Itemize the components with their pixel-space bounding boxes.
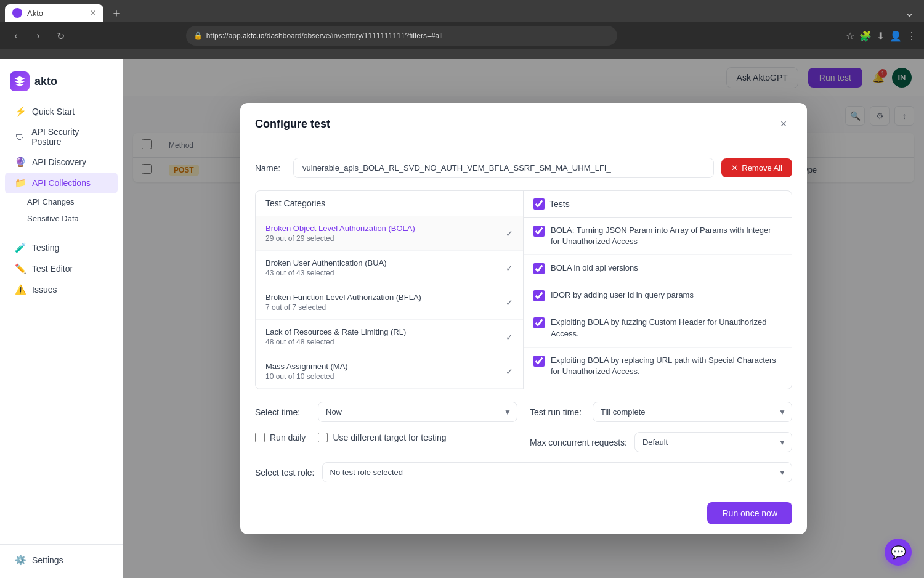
remove-all-button[interactable]: ✕ Remove All [721,158,792,177]
category-check-ma: ✓ [506,367,513,377]
name-label: Name: [255,163,286,173]
forward-button[interactable]: › [30,27,47,44]
download-icon[interactable]: ⬇ [877,30,885,42]
sidebar-item-testing[interactable]: 🧪 Testing [5,237,118,258]
use-different-target-label: Use different target for testing [333,433,446,442]
category-count-rl: 48 out of 48 selected [265,338,406,346]
sidebar-item-settings[interactable]: ⚙️ Settings [5,550,118,571]
sidebar-divider [0,232,123,232]
category-count-bua: 43 out of 43 selected [265,269,387,277]
sidebar-label-api-collections: API Collections [32,178,91,188]
sidebar-item-test-editor[interactable]: ✏️ Test Editor [5,258,118,279]
test-run-time-dropdown[interactable]: Till complete 1 hour 2 hours [593,402,792,422]
role-dropdown[interactable]: No test role selected [322,462,793,482]
tab-bar: Akto ✕ ＋ ⌄ [0,0,924,22]
test-checkbox-1[interactable] [533,263,545,274]
test-item-3: Exploiting BOLA by fuzzing Custom Header… [524,309,792,347]
max-concurrent-dropdown[interactable]: Default 5 10 20 [634,432,792,452]
api-discovery-icon: 🔮 [15,157,26,168]
categories-header: Test Categories [256,191,523,216]
test-checkbox-4[interactable] [533,356,545,367]
back-button[interactable]: ‹ [7,27,25,44]
test-name-0: BOLA: Turning JSON Param into Array of P… [551,225,782,247]
new-tab-button[interactable]: ＋ [106,4,127,22]
use-different-target-field[interactable]: Use different target for testing [318,433,446,442]
category-item-bfla[interactable]: Broken Function Level Authorization (BFL… [256,285,523,320]
categories-title: Test Categories [265,198,325,208]
use-different-target-checkbox[interactable] [318,433,328,442]
max-concurrent-wrapper: Default 5 10 20 ▼ [634,432,792,452]
test-name-4: Exploiting BOLA by replacing URL path wi… [551,355,782,377]
extensions-icon[interactable]: 🧩 [859,30,872,42]
menu-icon[interactable]: ⋮ [907,30,917,42]
sidebar-item-quick-start[interactable]: ⚡ Quick Start [5,101,118,122]
category-item-bua[interactable]: Broken User Authentication (BUA) 43 out … [256,251,523,285]
test-name-1: BOLA in old api versions [551,263,638,274]
category-check-rl: ✓ [506,332,513,342]
test-item-0: BOLA: Turning JSON Param into Array of P… [524,218,792,255]
refresh-button[interactable]: ↻ [52,27,69,44]
test-editor-icon: ✏️ [15,263,26,274]
browser-chrome: Akto ✕ ＋ ⌄ ‹ › ↻ 🔒 https://app.akto.io/d… [0,0,924,59]
sidebar-item-api-discovery[interactable]: 🔮 API Discovery [5,152,118,173]
url-bar[interactable]: 🔒 https://app.akto.io/dashboard/observe/… [186,26,617,46]
select-time-label: Select time: [255,407,310,417]
tab-favicon [12,8,22,18]
test-name-3: Exploiting BOLA by fuzzing Custom Header… [551,317,782,339]
sidebar-label-quick-start: Quick Start [32,107,75,116]
run-once-button[interactable]: Run once now [707,502,792,524]
modal-header: Configure test × [240,103,807,145]
sidebar-label-settings: Settings [32,555,63,565]
category-item-rl[interactable]: Lack of Resources & Rate Limiting (RL) 4… [256,320,523,354]
category-name-bola: Broken Object Level Authorization (BOLA) [265,224,415,233]
test-checkbox-2[interactable] [533,290,545,301]
role-select-wrapper: No test role selected ▼ [322,462,793,482]
chat-bubble-button[interactable]: 💬 [885,539,912,566]
sidebar-label-test-editor: Test Editor [32,264,73,274]
run-daily-checkbox[interactable] [255,433,265,442]
active-tab[interactable]: Akto ✕ [5,4,103,22]
modal-close-button[interactable]: × [775,115,792,132]
run-daily-field[interactable]: Run daily [255,433,306,442]
sidebar-label-api-discovery: API Discovery [32,157,86,167]
sidebar-bottom: ⚙️ Settings [0,539,123,571]
test-checkbox-0[interactable] [533,226,545,237]
url-text: https://app.akto.io/dashboard/observe/in… [206,31,443,40]
sidebar-item-api-security-posture[interactable]: 🛡 API Security Posture [5,122,118,152]
config-row-1: Select time: Now Schedule ▼ Test run tim… [255,402,792,422]
tests-title: Tests [549,199,570,209]
max-concurrent-field: Max concurrent requests: Default 5 10 20… [530,432,792,452]
test-item-4: Exploiting BOLA by replacing URL path wi… [524,348,792,385]
sidebar-item-api-collections[interactable]: 📁 API Collections [5,173,118,193]
category-item-ma[interactable]: Mass Assignment (MA) 10 out of 10 select… [256,354,523,389]
test-checkbox-3[interactable] [533,317,545,328]
test-item-2: IDOR by adding user id in query params [524,282,792,309]
name-input[interactable] [293,158,714,178]
name-row: Name: ✕ Remove All [255,158,792,178]
tab-close-button[interactable]: ✕ [90,9,96,17]
profile-icon[interactable]: 👤 [890,30,902,42]
category-count-bola: 29 out of 29 selected [265,234,415,243]
test-item-1: BOLA in old api versions [524,255,792,282]
app-layout: akto ⚡ Quick Start 🛡 API Security Postur… [0,59,924,578]
sidebar-label-api-changes: API Changes [27,197,75,206]
role-row: Select test role: No test role selected … [255,462,792,482]
sidebar-divider-bottom [0,544,123,545]
sidebar-label-testing: Testing [32,243,59,253]
tests-select-all-checkbox[interactable] [533,198,545,210]
security-posture-icon: 🛡 [15,132,25,142]
star-icon[interactable]: ☆ [846,30,854,42]
testing-icon: 🧪 [15,242,26,253]
role-label: Select test role: [255,468,315,478]
tests-categories: Test Categories Broken Object Level Auth… [256,191,524,389]
sidebar-sub-api-changes[interactable]: API Changes [0,193,123,210]
tab-menu-button[interactable]: ⌄ [900,5,919,21]
sidebar-item-issues[interactable]: ⚠️ Issues [5,279,118,300]
settings-icon: ⚙️ [15,555,26,566]
select-time-field: Select time: Now Schedule ▼ [255,402,517,422]
select-time-dropdown[interactable]: Now Schedule [318,402,517,422]
sidebar-sub-sensitive-data[interactable]: Sensitive Data [0,210,123,227]
configure-test-modal: Configure test × Name: ✕ Remove All [240,103,807,534]
category-item-bola[interactable]: Broken Object Level Authorization (BOLA)… [256,216,523,251]
lock-icon: 🔒 [193,31,203,40]
